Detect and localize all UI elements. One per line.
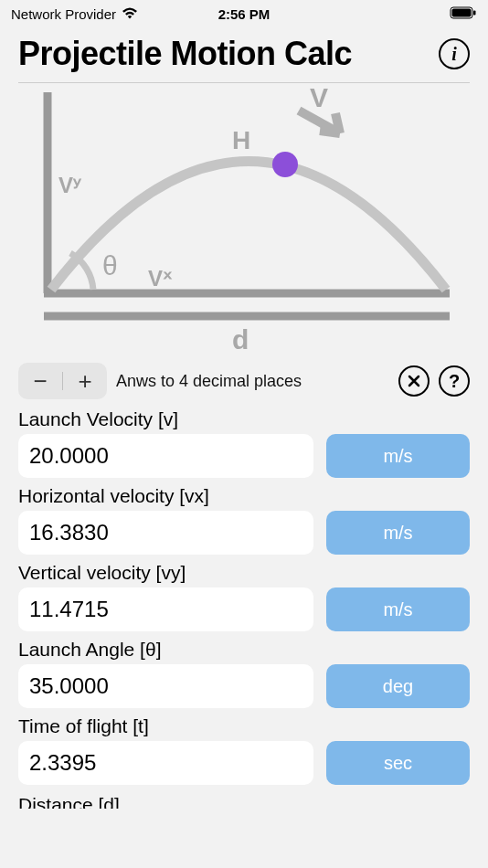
field-label: Launch Velocity [v] [18,408,470,430]
field-label: Launch Angle [θ] [18,639,470,661]
unit-button-angle[interactable]: deg [326,664,470,708]
field-label: Horizontal velocity [vx] [18,485,470,507]
status-left: Network Provider [11,6,138,22]
svg-point-6 [272,152,298,177]
label-theta: θ [102,250,118,281]
horizontal-velocity-input[interactable] [18,511,313,555]
battery-icon [450,6,477,22]
svg-rect-2 [473,10,476,15]
precision-minus-button[interactable]: − [18,363,62,399]
network-provider-text: Network Provider [11,6,116,22]
unit-button-v[interactable]: m/s [326,434,470,478]
time-of-flight-input[interactable] [18,741,313,785]
launch-angle-input[interactable] [18,664,313,708]
field-label: Time of flight [t] [18,715,470,737]
vertical-velocity-input[interactable] [18,587,313,631]
unit-button-vy[interactable]: m/s [326,587,470,631]
field-distance-partial: Distance [d] [0,792,488,809]
field-launch-velocity: Launch Velocity [v] m/s [18,408,470,478]
unit-button-vx[interactable]: m/s [326,511,470,555]
clear-button[interactable] [398,365,430,397]
svg-line-9 [335,113,340,133]
field-time-of-flight: Time of flight [t] sec [18,715,470,785]
label-Vx: Vˣ [148,266,173,291]
label-H: H [232,126,250,154]
projectile-diagram: V H Vʸ Vˣ θ d [18,83,470,357]
help-button[interactable]: ? [439,365,470,397]
precision-stepper: − + [18,363,107,399]
field-launch-angle: Launch Angle [θ] deg [18,639,470,708]
page-title: Projectile Motion Calc [18,35,352,73]
field-label: Vertical velocity [vy] [18,562,470,584]
launch-velocity-input[interactable] [18,434,313,478]
precision-text: Anws to 4 decimal places [116,372,389,391]
status-bar: Network Provider 2:56 PM [0,0,488,27]
status-time: 2:56 PM [218,6,271,22]
unit-button-time[interactable]: sec [326,741,470,785]
app-header: Projectile Motion Calc i [0,27,488,77]
info-button[interactable]: i [439,38,470,69]
fields-container: Launch Velocity [v] m/s Horizontal veloc… [0,408,488,785]
field-vertical-velocity: Vertical velocity [vy] m/s [18,562,470,631]
svg-rect-1 [452,8,472,16]
precision-plus-button[interactable]: + [63,363,107,399]
controls-row: − + Anws to 4 decimal places ? [0,357,488,408]
label-d: d [232,324,249,355]
wifi-icon [122,6,138,22]
label-V: V [310,83,328,112]
field-horizontal-velocity: Horizontal velocity [vx] m/s [18,485,470,555]
label-Vy: Vʸ [58,173,82,197]
